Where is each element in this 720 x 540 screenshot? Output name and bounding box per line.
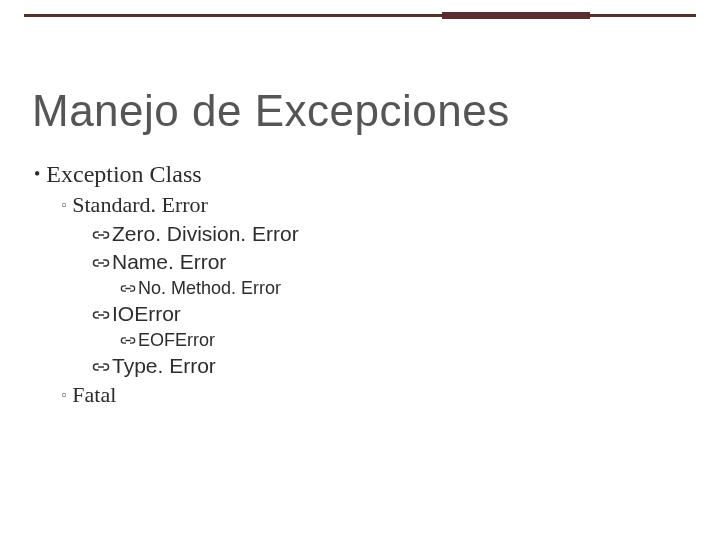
list-item: IOError: [92, 300, 680, 328]
slide-title: Manejo de Excepciones: [32, 86, 510, 136]
list-item-label: Zero. Division. Error: [112, 220, 299, 248]
list-item: EOFError: [120, 328, 680, 352]
link-bullet-icon: [92, 223, 110, 247]
list-item-label: EOFError: [138, 328, 215, 352]
list-item: ▫ Standard. Error: [62, 190, 680, 219]
link-bullet-icon: [120, 276, 136, 300]
list-item-label: Fatal: [72, 380, 116, 409]
top-divider-accent: [442, 12, 590, 19]
list-item-label: Name. Error: [112, 248, 226, 276]
link-bullet-icon: [120, 328, 136, 352]
bullet-square-icon: ▫: [62, 197, 66, 213]
list-item-label: No. Method. Error: [138, 276, 281, 300]
list-item-label: Standard. Error: [72, 190, 208, 219]
list-item-label: Exception Class: [46, 158, 201, 190]
top-divider-line: [24, 14, 696, 17]
list-item: Type. Error: [92, 352, 680, 380]
list-item: • Exception Class: [34, 158, 680, 190]
list-item-label: Type. Error: [112, 352, 216, 380]
link-bullet-icon: [92, 251, 110, 275]
link-bullet-icon: [92, 303, 110, 327]
bullet-dot-icon: •: [34, 165, 40, 183]
list-item: Name. Error: [92, 248, 680, 276]
list-item-label: IOError: [112, 300, 181, 328]
list-item: Zero. Division. Error: [92, 220, 680, 248]
slide-body: • Exception Class ▫ Standard. Error Zero…: [34, 158, 680, 410]
link-bullet-icon: [92, 355, 110, 379]
bullet-square-icon: ▫: [62, 387, 66, 403]
slide: Manejo de Excepciones • Exception Class …: [0, 0, 720, 540]
list-item: ▫ Fatal: [62, 380, 680, 409]
list-item: No. Method. Error: [120, 276, 680, 300]
